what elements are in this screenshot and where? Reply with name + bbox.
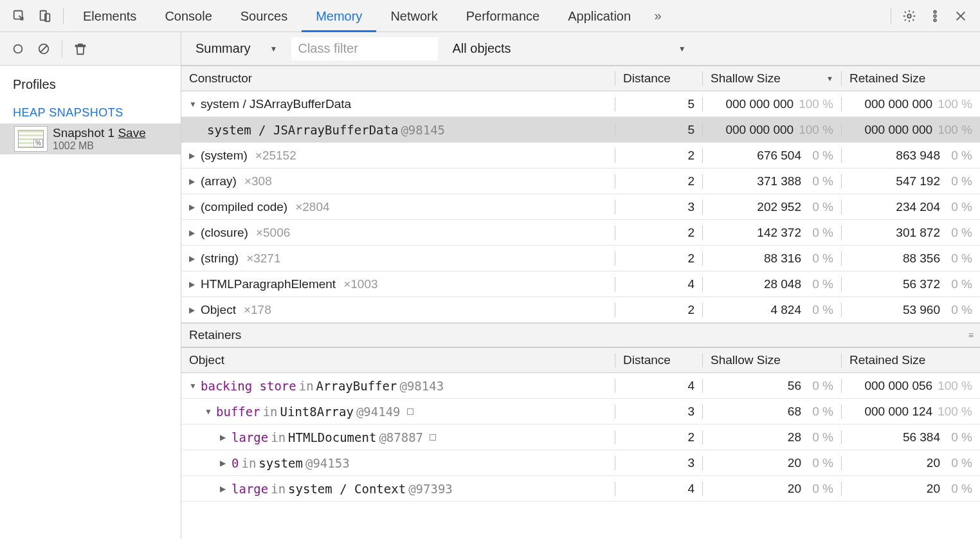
table-row[interactable]: ▼ buffer in Uint8Array @94149 3 680 % 00… [181, 399, 980, 425]
table-row[interactable]: system / JSArrayBufferData @98145 5 000 … [181, 117, 980, 143]
property-name: large [231, 482, 268, 496]
save-link[interactable]: Save [118, 126, 145, 140]
disclosure-icon[interactable]: ▶ [220, 484, 229, 493]
profiles-heading: Profiles [0, 72, 181, 97]
col-shallow-header[interactable]: Shallow Size [702, 353, 841, 367]
disclosure-icon[interactable]: ▼ [189, 381, 198, 390]
retainers-label: Retainers [189, 328, 241, 342]
retained-cell: 000 000 124100 % [841, 405, 980, 419]
object-id: @87887 [379, 430, 423, 444]
table-row[interactable]: ▶ (system) ×25152 2 676 504 0 % 863 948 … [181, 143, 980, 169]
distance-cell: 2 [615, 430, 702, 444]
shallow-cell: 000 000 000 100 % [702, 97, 841, 111]
table-row[interactable]: ▶ HTMLParagraphElement ×1003 4 28 048 0 … [181, 271, 980, 297]
tab-network[interactable]: Network [376, 0, 451, 32]
retained-cell: 301 872 0 % [841, 226, 980, 240]
object-id: @98143 [399, 379, 444, 393]
col-retained-header[interactable]: Retained Size [841, 353, 980, 367]
table-row[interactable]: ▶ (compiled code) ×2804 3 202 952 0 % 23… [181, 194, 980, 220]
table-row[interactable]: ▼ backing_store in ArrayBuffer @98143 4 … [181, 373, 980, 399]
heap-table: Constructor Distance Shallow Size ▼ Reta… [181, 66, 980, 539]
constructor-name: (system) [201, 149, 248, 163]
menu-icon[interactable]: ≡ [968, 330, 972, 340]
retainers-header-row: Object Distance Shallow Size Retained Si… [181, 347, 980, 373]
clear-icon[interactable] [31, 36, 57, 62]
disclosure-icon[interactable]: ▶ [189, 280, 198, 289]
device-toolbar-icon[interactable] [32, 3, 58, 29]
chevron-down-icon: ▼ [678, 44, 686, 53]
snapshot-name: Snapshot 1 [53, 126, 114, 140]
table-row[interactable]: ▶ 0 in system @94153 3 200 % 200 % [181, 450, 980, 476]
retained-cell: 200 % [841, 456, 980, 470]
disclosure-icon[interactable]: ▶ [189, 228, 198, 237]
distance-cell: 2 [615, 174, 702, 188]
disclosure-icon[interactable]: ▶ [220, 433, 229, 442]
property-name: buffer [216, 405, 260, 419]
class-filter-input[interactable] [291, 37, 438, 60]
distance-cell: 3 [615, 200, 702, 214]
instance-count: ×25152 [255, 149, 296, 163]
tab-memory[interactable]: Memory [302, 0, 376, 32]
delete-icon[interactable] [68, 36, 93, 62]
more-tabs-icon[interactable]: » [645, 3, 671, 29]
col-retained-header[interactable]: Retained Size [841, 71, 980, 86]
col-constructor-header[interactable]: Constructor [181, 71, 615, 86]
distance-cell: 5 [615, 123, 702, 137]
inspect-element-icon[interactable] [6, 3, 32, 29]
disclosure-icon[interactable]: ▶ [189, 203, 198, 212]
tab-elements[interactable]: Elements [69, 0, 150, 32]
disclosure-icon[interactable]: ▼ [204, 407, 213, 416]
in-keyword: in [263, 405, 278, 419]
view-mode-select[interactable]: Summary ▼ [188, 39, 285, 59]
distance-cell: 2 [615, 149, 702, 163]
object-type: Uint8Array [280, 405, 354, 419]
col-object-header[interactable]: Object [181, 353, 615, 367]
retained-cell: 234 204 0 % [841, 200, 980, 214]
tab-console[interactable]: Console [150, 0, 226, 32]
constructor-name: (closure) [201, 226, 248, 240]
distance-cell: 5 [615, 97, 702, 111]
object-filter-select[interactable]: All objects ▼ [444, 39, 693, 59]
disclosure-icon[interactable]: ▼ [189, 100, 198, 109]
instance-count: ×2804 [295, 200, 329, 214]
detached-icon [407, 408, 413, 415]
record-icon[interactable] [5, 36, 31, 62]
col-distance-header[interactable]: Distance [615, 353, 702, 367]
tab-application[interactable]: Application [554, 0, 645, 32]
profiles-sidebar: Profiles HEAP SNAPSHOTS % Snapshot 1 Sav… [0, 66, 181, 539]
tab-sources[interactable]: Sources [226, 0, 302, 32]
table-row[interactable]: ▶ (closure) ×5006 2 142 372 0 % 301 872 … [181, 220, 980, 246]
disclosure-icon[interactable]: ▶ [189, 151, 198, 160]
svg-point-3 [907, 14, 911, 18]
table-row[interactable]: ▶ large in HTMLDocument @87887 2 280 % 5… [181, 425, 980, 450]
shallow-cell: 88 316 0 % [702, 251, 841, 266]
disclosure-icon[interactable]: ▶ [189, 177, 198, 186]
property-name: 0 [231, 456, 239, 470]
disclosure-icon[interactable]: ▶ [220, 459, 229, 468]
disclosure-icon[interactable]: ▶ [189, 306, 198, 315]
col-distance-header[interactable]: Distance [615, 71, 702, 86]
shallow-cell: 371 388 0 % [702, 174, 841, 188]
disclosure-icon[interactable]: ▶ [189, 254, 198, 263]
snapshot-item[interactable]: % Snapshot 1 Save 1002 MB [0, 123, 181, 154]
kebab-menu-icon[interactable] [922, 3, 948, 29]
distance-cell: 3 [615, 456, 702, 470]
tab-performance[interactable]: Performance [452, 0, 554, 32]
settings-icon[interactable] [896, 3, 922, 29]
distance-cell: 4 [615, 482, 702, 496]
retained-cell: 53 960 0 % [841, 303, 980, 317]
table-row[interactable]: ▶ large in system / Context @97393 4 200… [181, 476, 980, 502]
svg-point-7 [14, 44, 23, 53]
col-shallow-header[interactable]: Shallow Size ▼ [702, 71, 841, 86]
retained-cell: 547 192 0 % [841, 174, 980, 188]
close-icon[interactable] [948, 3, 974, 29]
shallow-cell: 4 824 0 % [702, 303, 841, 317]
shallow-cell: 200 % [702, 456, 841, 470]
table-row[interactable]: ▶ (array) ×308 2 371 388 0 % 547 192 0 % [181, 169, 980, 194]
table-row[interactable]: ▼ system / JSArrayBufferData 5 000 000 0… [181, 91, 980, 117]
shallow-cell: 202 952 0 % [702, 200, 841, 214]
divider [62, 41, 62, 57]
snapshot-size: 1002 MB [53, 140, 146, 152]
table-row[interactable]: ▶ (string) ×3271 2 88 316 0 % 88 356 0 % [181, 246, 980, 271]
table-row[interactable]: ▶ Object ×178 2 4 824 0 % 53 960 0 % [181, 297, 980, 323]
